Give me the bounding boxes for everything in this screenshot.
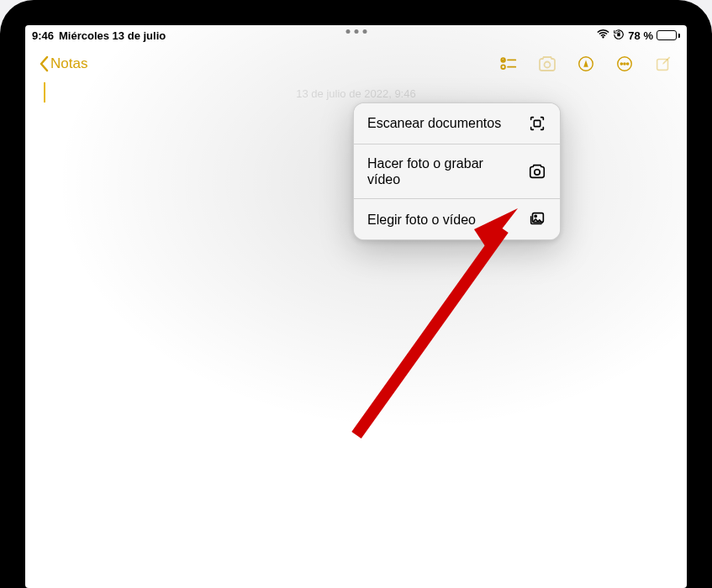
battery-icon bbox=[657, 30, 680, 40]
menu-take-photo-video[interactable]: Hacer foto o grabar vídeo bbox=[354, 144, 560, 199]
text-cursor bbox=[44, 82, 45, 102]
svg-point-10 bbox=[627, 63, 629, 65]
menu-item-label: Elegir foto o vídeo bbox=[367, 212, 476, 228]
gallery-icon bbox=[528, 210, 546, 228]
wifi-icon bbox=[597, 29, 609, 42]
svg-rect-12 bbox=[534, 120, 540, 126]
back-button[interactable]: Notas bbox=[39, 55, 87, 72]
ipad-frame: 9:46 Miércoles 13 de julio bbox=[0, 0, 712, 588]
battery-percentage: 78 % bbox=[628, 29, 653, 42]
svg-point-8 bbox=[620, 63, 622, 65]
camera-menu-popover: Escanear documentos Hacer foto o grabar … bbox=[353, 102, 561, 240]
svg-point-13 bbox=[535, 170, 540, 175]
camera-button[interactable] bbox=[537, 54, 557, 74]
menu-choose-photo-video[interactable]: Elegir foto o vídeo bbox=[354, 199, 560, 239]
multitask-indicator[interactable] bbox=[345, 29, 367, 34]
menu-scan-documents[interactable]: Escanear documentos bbox=[354, 103, 560, 144]
back-label: Notas bbox=[50, 55, 87, 72]
status-bar: 9:46 Miércoles 13 de julio bbox=[25, 25, 687, 45]
chevron-left-icon bbox=[39, 55, 49, 72]
svg-point-15 bbox=[535, 216, 536, 218]
svg-line-17 bbox=[356, 229, 504, 435]
markup-button[interactable] bbox=[576, 54, 596, 74]
app-toolbar: Notas bbox=[25, 45, 687, 82]
scan-icon bbox=[528, 114, 546, 133]
screen: 9:46 Miércoles 13 de julio bbox=[25, 25, 687, 588]
status-time: 9:46 bbox=[32, 29, 54, 42]
status-date: Miércoles 13 de julio bbox=[59, 29, 166, 42]
note-timestamp: 13 de julio de 2022, 9:46 bbox=[42, 87, 670, 100]
svg-point-5 bbox=[545, 62, 551, 68]
menu-item-label: Escanear documentos bbox=[367, 115, 501, 131]
note-content[interactable]: 13 de julio de 2022, 9:46 bbox=[25, 82, 687, 103]
svg-point-9 bbox=[624, 63, 625, 65]
more-button[interactable] bbox=[614, 54, 635, 74]
orientation-lock-icon bbox=[613, 29, 625, 43]
compose-button[interactable] bbox=[653, 54, 673, 74]
svg-rect-0 bbox=[618, 33, 621, 36]
camera-icon bbox=[528, 162, 546, 181]
menu-item-label: Hacer foto o grabar vídeo bbox=[367, 155, 510, 187]
checklist-button[interactable] bbox=[498, 54, 519, 74]
svg-point-3 bbox=[501, 65, 505, 69]
